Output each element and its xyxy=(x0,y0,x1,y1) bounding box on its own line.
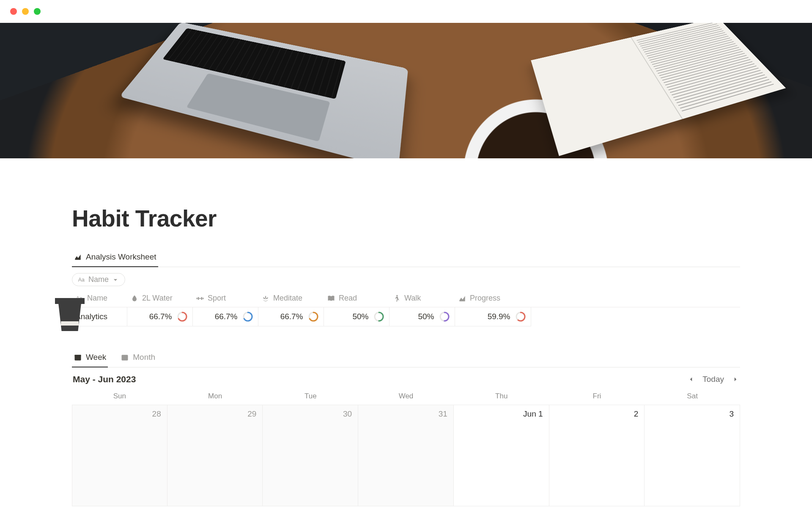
calendar-range-label: May - Jun 2023 xyxy=(73,374,136,384)
calendar-day[interactable]: 28 xyxy=(72,405,167,506)
pct-value: 50% xyxy=(418,312,434,321)
calendar-day-number: 3 xyxy=(729,409,734,419)
col-progress[interactable]: Progress xyxy=(455,290,531,307)
calendar-day[interactable]: 29 xyxy=(167,405,263,506)
calendar-dow: Mon xyxy=(167,389,263,405)
pct-value: 59.9% xyxy=(488,312,510,321)
book-icon xyxy=(327,294,335,303)
calendar-day[interactable]: 3 xyxy=(645,405,740,506)
progress-ring-icon xyxy=(516,312,526,322)
lotus-icon xyxy=(261,294,270,303)
calendar-view-tabs: Week Month xyxy=(72,349,740,367)
pct-value: 50% xyxy=(352,312,368,321)
prev-week-button[interactable] xyxy=(687,375,695,383)
progress-ring-icon xyxy=(439,312,450,322)
minimize-window-button[interactable] xyxy=(22,8,29,15)
calendar-icon xyxy=(121,353,129,362)
close-window-button[interactable] xyxy=(10,8,17,15)
database-view-tabs: Analysis Worksheet xyxy=(72,249,740,267)
window-titlebar xyxy=(0,0,812,23)
filter-chip-name[interactable]: Aa Name xyxy=(72,273,125,286)
text-aa-icon: Aa xyxy=(77,276,86,284)
svg-point-2 xyxy=(396,295,398,296)
calendar-day-number: 28 xyxy=(152,409,161,419)
calendar-day[interactable]: 30 xyxy=(263,405,358,506)
calendar-dow: Fri xyxy=(549,389,645,405)
filter-chip-label: Name xyxy=(88,275,109,284)
col-sport[interactable]: Sport xyxy=(192,290,258,307)
cup-icon xyxy=(55,298,85,304)
walk-icon xyxy=(392,294,401,303)
zoom-window-button[interactable] xyxy=(34,8,41,15)
table-header-row: AaName 2L Water Sport Meditate Read Walk… xyxy=(72,290,740,307)
pct-cell[interactable]: 66.7% xyxy=(192,307,258,326)
progress-ring-icon xyxy=(243,312,253,322)
calendar-day[interactable]: 31 xyxy=(358,405,454,506)
tab-week[interactable]: Week xyxy=(72,349,108,367)
chart-icon xyxy=(74,253,82,261)
chevron-down-icon xyxy=(111,276,120,284)
progress-ring-icon xyxy=(308,312,318,322)
today-button[interactable]: Today xyxy=(702,375,724,384)
calendar-week-row: 28293031Jun 123 xyxy=(72,405,740,506)
calendar-dow: Sat xyxy=(645,389,740,405)
calendar-day-number: 30 xyxy=(343,409,352,419)
calendar-icon xyxy=(74,353,82,362)
calendar-dow: Tue xyxy=(263,389,358,405)
pct-cell[interactable]: 50% xyxy=(389,307,455,326)
tab-label: Analysis Worksheet xyxy=(86,252,156,262)
calendar-dow: Thu xyxy=(454,389,549,405)
pct-cell[interactable]: 50% xyxy=(324,307,389,326)
calendar-dow-row: SunMonTueWedThuFriSat xyxy=(72,389,740,405)
col-read[interactable]: Read xyxy=(324,290,389,307)
calendar-dow: Wed xyxy=(358,389,454,405)
col-walk[interactable]: Walk xyxy=(389,290,455,307)
tab-label: Month xyxy=(133,353,155,362)
pct-cell[interactable]: 59.9% xyxy=(455,307,531,326)
dumbbell-icon xyxy=(196,294,204,303)
svg-rect-17 xyxy=(122,355,128,360)
water-drop-icon xyxy=(130,294,139,303)
progress-ring-icon xyxy=(374,312,384,322)
calendar-day-number: 31 xyxy=(439,409,447,419)
filter-bar: Aa Name xyxy=(72,267,740,290)
page-icon[interactable] xyxy=(55,298,85,334)
calendar-dow: Sun xyxy=(72,389,167,405)
calendar-day-number: 29 xyxy=(247,409,256,419)
calendar-day-number: Jun 1 xyxy=(523,409,543,419)
page-title[interactable]: Habit Tracker xyxy=(72,205,740,232)
pct-value: 66.7% xyxy=(149,312,172,321)
pct-cell[interactable]: 66.7% xyxy=(258,307,324,326)
tab-month[interactable]: Month xyxy=(119,349,157,367)
svg-text:Aa: Aa xyxy=(78,277,85,283)
col-2l-water[interactable]: 2L Water xyxy=(127,290,192,307)
tab-analysis-worksheet[interactable]: Analysis Worksheet xyxy=(72,249,158,267)
svg-rect-16 xyxy=(75,355,81,356)
chart-icon xyxy=(458,294,466,303)
cover-image[interactable] xyxy=(0,23,812,158)
table-row[interactable]: Analytics66.7%66.7%66.7%50%50%59.9% xyxy=(72,307,740,326)
tab-label: Week xyxy=(86,353,106,362)
analytics-table: AaName 2L Water Sport Meditate Read Walk… xyxy=(72,290,740,326)
calendar-day-number: 2 xyxy=(634,409,639,419)
col-meditate[interactable]: Meditate xyxy=(258,290,324,307)
pct-cell[interactable]: 66.7% xyxy=(127,307,192,326)
calendar-day[interactable]: 2 xyxy=(549,405,645,506)
progress-ring-icon xyxy=(177,312,187,322)
pct-value: 66.7% xyxy=(215,312,238,321)
pct-value: 66.7% xyxy=(280,312,303,321)
calendar-header: May - Jun 2023 Today xyxy=(72,367,740,389)
calendar-day[interactable]: Jun 1 xyxy=(454,405,549,506)
next-week-button[interactable] xyxy=(732,375,739,383)
